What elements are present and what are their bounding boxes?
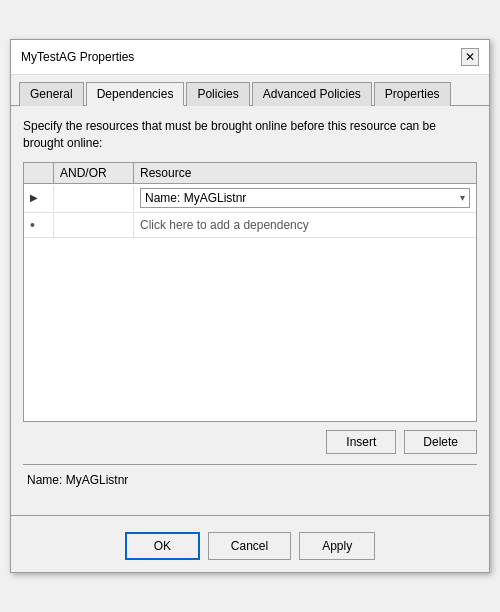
header-andor: AND/OR [54,163,134,183]
row-icon-cell: ▶ [24,186,54,210]
window-title: MyTestAG Properties [21,50,134,64]
insert-button[interactable]: Insert [326,430,396,454]
table-row[interactable]: ▶ Name: MyAGListnr ▾ [24,184,476,213]
tab-properties[interactable]: Properties [374,82,451,106]
footer-buttons: OK Cancel Apply [11,524,489,572]
main-content: Specify the resources that must be broug… [11,106,489,507]
delete-button[interactable]: Delete [404,430,477,454]
header-resource: Resource [134,163,476,183]
add-andor-cell [54,213,134,237]
title-bar: MyTestAG Properties ✕ [11,40,489,75]
resource-value: Name: MyAGListnr [145,191,246,205]
row-arrow-icon: ▶ [30,192,38,203]
tab-policies[interactable]: Policies [186,82,249,106]
tab-advanced-policies[interactable]: Advanced Policies [252,82,372,106]
description-text: Specify the resources that must be broug… [23,118,477,152]
info-label: Name: MyAGListnr [23,473,477,487]
add-icon-cell: • [24,213,54,237]
bullet-icon: • [30,217,35,233]
header-icon-col [24,163,54,183]
add-dependency-row[interactable]: • Click here to add a dependency [24,213,476,238]
footer-divider [11,515,489,516]
row-resource-cell[interactable]: Name: MyAGListnr ▾ [134,184,476,212]
row-andor-cell [54,186,134,210]
divider [23,464,477,465]
apply-button[interactable]: Apply [299,532,375,560]
resource-dropdown[interactable]: Name: MyAGListnr ▾ [140,188,470,208]
tab-general[interactable]: General [19,82,84,106]
tab-dependencies[interactable]: Dependencies [86,82,185,106]
table-header: AND/OR Resource [24,163,476,184]
close-button[interactable]: ✕ [461,48,479,66]
cancel-button[interactable]: Cancel [208,532,291,560]
window: MyTestAG Properties ✕ General Dependenci… [10,39,490,573]
dropdown-arrow-icon: ▾ [460,192,465,203]
tab-bar: General Dependencies Policies Advanced P… [11,75,489,106]
close-icon: ✕ [465,50,475,64]
ok-button[interactable]: OK [125,532,200,560]
dependencies-table: AND/OR Resource ▶ Name: MyAGListnr ▾ [23,162,477,422]
add-dependency-text[interactable]: Click here to add a dependency [134,213,476,237]
table-action-buttons: Insert Delete [23,430,477,454]
